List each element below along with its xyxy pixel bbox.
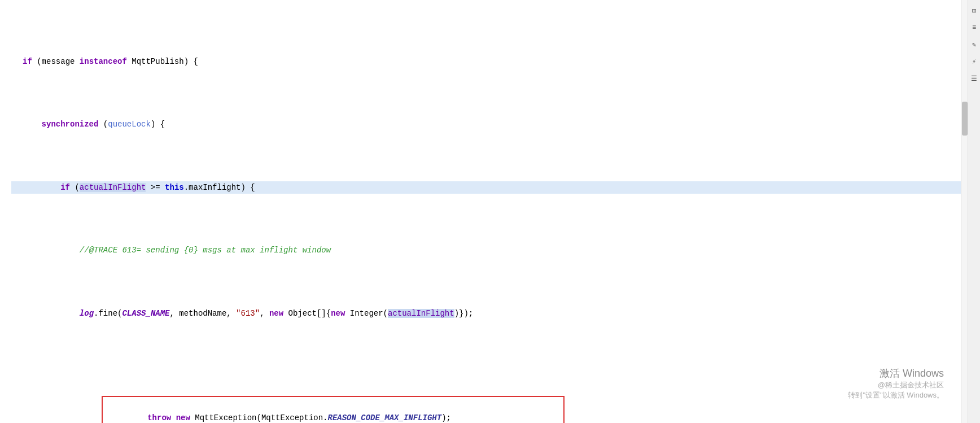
sidebar-icon-2[interactable]: ≡ [969, 23, 979, 33]
scrollbar[interactable] [961, 0, 968, 423]
line-throw-container: throw new MqttException(MqttException.RE… [11, 370, 961, 423]
line-3: if (actualInFlight >= this.maxInflight) … [11, 181, 961, 194]
line-5: log.fine(CLASS_NAME, methodName, "613", … [11, 307, 961, 320]
code-editor: if (message instanceof MqttPublish) { sy… [0, 0, 961, 423]
throw-box: throw new MqttException(MqttException.RE… [102, 396, 565, 423]
sidebar: ⊞ ≡ ✎ ⚡ ☰ [968, 0, 980, 423]
line-1: if (message instanceof MqttPublish) { [11, 55, 961, 68]
sidebar-icon-4[interactable]: ⚡ [969, 56, 979, 67]
sidebar-icon-3[interactable]: ✎ [969, 40, 979, 50]
line-2: synchronized (queueLock) { [11, 118, 961, 130]
scrollbar-thumb[interactable] [962, 102, 968, 136]
line-4: //@TRACE 613= sending {0} msgs at max in… [11, 244, 961, 256]
code-lines: if (message instanceof MqttPublish) { sy… [0, 5, 961, 423]
sidebar-icon-1[interactable]: ⊞ [969, 6, 979, 16]
sidebar-icon-5[interactable]: ☰ [969, 73, 979, 84]
